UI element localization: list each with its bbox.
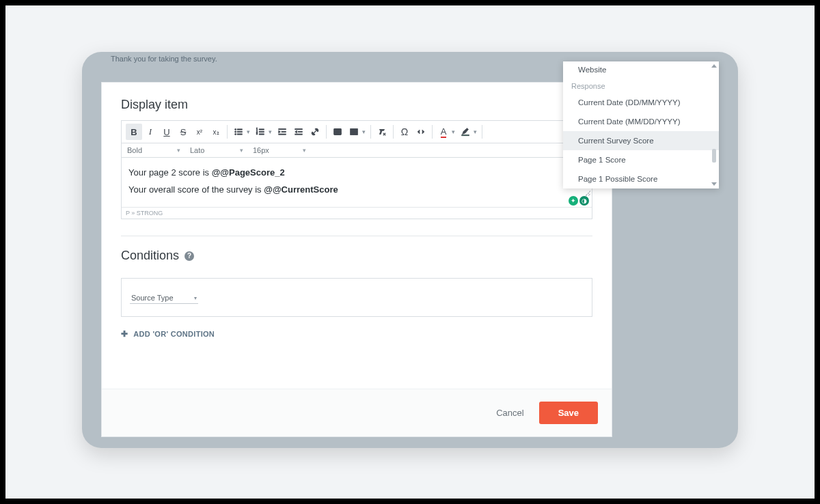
indent-button[interactable] <box>290 124 307 140</box>
bullet-list-button[interactable] <box>230 124 247 140</box>
dropdown-item-website[interactable]: Website <box>563 61 719 79</box>
dropdown-item[interactable]: Current Survey Score <box>563 131 719 150</box>
cancel-button[interactable]: Cancel <box>496 408 523 418</box>
save-button[interactable]: Save <box>539 402 598 424</box>
condition-container: Source Type ▾ <box>121 278 592 317</box>
editor-toolbar: B I U S x² x₂ ▾ 123 ▾ <box>122 121 592 143</box>
image-button[interactable] <box>329 124 346 140</box>
chevron-down-icon[interactable]: ▾ <box>450 128 456 135</box>
help-icon[interactable]: ? <box>184 251 194 261</box>
conditions-heading: Conditions <box>121 249 179 263</box>
scroll-down-icon[interactable] <box>711 182 717 186</box>
svg-rect-14 <box>282 131 286 132</box>
italic-button[interactable]: I <box>142 124 159 140</box>
svg-rect-3 <box>237 131 242 132</box>
bold-button[interactable]: B <box>126 124 142 140</box>
table-button[interactable] <box>346 124 362 140</box>
svg-point-0 <box>235 128 236 130</box>
font-size-value: 16px <box>253 146 269 154</box>
chevron-down-icon[interactable]: ▾ <box>472 128 478 135</box>
chevron-down-icon[interactable]: ▾ <box>245 128 251 135</box>
svg-rect-7 <box>259 129 264 130</box>
plus-icon: ✚ <box>121 329 128 339</box>
svg-rect-16 <box>295 129 303 130</box>
dropdown-item[interactable]: Current Date (DD/MM/YYYY) <box>563 93 719 112</box>
strikethrough-button[interactable]: S <box>175 124 191 140</box>
clear-format-button[interactable] <box>374 124 390 140</box>
editor-line1-text: Your page 2 score is <box>128 167 212 178</box>
text-color-button[interactable]: A <box>435 124 452 140</box>
resize-handle[interactable] <box>584 189 590 196</box>
chevron-down-icon[interactable]: ▾ <box>361 128 366 135</box>
special-char-button[interactable]: Ω <box>396 124 413 140</box>
background-survey-text: Thank you for taking the survey. <box>111 55 217 63</box>
font-weight-select[interactable]: Bold▾ <box>127 146 180 154</box>
svg-rect-1 <box>237 129 242 130</box>
source-type-label: Source Type <box>131 294 174 302</box>
chevron-down-icon[interactable]: ▾ <box>267 128 273 135</box>
editor-line2-token: @@CurrentScore <box>264 184 338 195</box>
source-type-select[interactable]: Source Type ▾ <box>130 294 198 304</box>
dropdown-group-response: Response <box>563 79 719 93</box>
svg-rect-18 <box>298 131 302 132</box>
superscript-button[interactable]: x² <box>191 124 208 140</box>
font-size-select[interactable]: 16px▾ <box>253 146 306 154</box>
font-family-select[interactable]: Lato▾ <box>190 146 243 154</box>
font-family-value: Lato <box>190 146 204 154</box>
svg-rect-15 <box>279 134 286 135</box>
svg-marker-13 <box>279 130 281 133</box>
add-or-condition-button[interactable]: ✚ ADD 'OR' CONDITION <box>121 329 592 339</box>
subscript-button[interactable]: x₂ <box>208 124 224 140</box>
svg-rect-11 <box>259 134 264 135</box>
svg-rect-9 <box>259 131 264 132</box>
editor-line1-token: @@PageScore_2 <box>212 167 285 178</box>
dropdown-item[interactable]: Current Date (MM/DD/YYYY) <box>563 112 719 131</box>
editor-textarea[interactable]: Your page 2 score is @@PageScore_2 Your … <box>122 158 592 207</box>
grammar-badge-icon[interactable]: ✦ <box>569 196 578 206</box>
scroll-up-icon[interactable] <box>711 64 717 68</box>
underline-button[interactable]: U <box>159 124 175 140</box>
svg-rect-22 <box>351 129 358 135</box>
merge-variable-dropdown[interactable]: Website Response Current Date (DD/MM/YYY… <box>563 61 719 188</box>
svg-rect-5 <box>237 134 242 135</box>
editor-line2-text: Your overall score of the survey is <box>128 184 264 195</box>
svg-marker-17 <box>295 130 297 133</box>
numbered-list-button[interactable]: 123 <box>252 124 269 140</box>
svg-point-21 <box>336 130 337 132</box>
svg-rect-19 <box>295 134 303 135</box>
font-weight-value: Bold <box>127 146 142 154</box>
display-item-heading: Display item <box>121 98 592 112</box>
dropdown-scrollbar[interactable] <box>711 64 717 186</box>
svg-rect-12 <box>279 129 286 130</box>
svg-point-2 <box>235 131 236 132</box>
rich-text-editor: B I U S x² x₂ ▾ 123 ▾ <box>121 120 592 219</box>
link-button[interactable] <box>307 124 323 140</box>
svg-point-4 <box>235 133 236 135</box>
outdent-button[interactable] <box>274 124 290 140</box>
dropdown-item[interactable]: Page 1 Score <box>563 150 719 169</box>
svg-rect-25 <box>462 135 469 135</box>
code-view-button[interactable] <box>413 124 429 140</box>
editor-path-breadcrumb: P » STRONG <box>122 207 592 219</box>
add-or-label: ADD 'OR' CONDITION <box>133 330 215 338</box>
assist-badge-icon[interactable]: ◑ <box>579 196 589 206</box>
svg-text:3: 3 <box>256 132 258 135</box>
modal-panel: Display item B I U S x² x₂ ▾ 123 <box>101 82 612 437</box>
dropdown-item[interactable]: Page 1 Possible Score <box>563 169 719 188</box>
editor-format-bar: Bold▾ Lato▾ 16px▾ <box>122 143 592 158</box>
modal-footer: Cancel Save <box>102 389 612 436</box>
scroll-thumb[interactable] <box>712 149 716 163</box>
highlight-button[interactable] <box>457 124 474 140</box>
